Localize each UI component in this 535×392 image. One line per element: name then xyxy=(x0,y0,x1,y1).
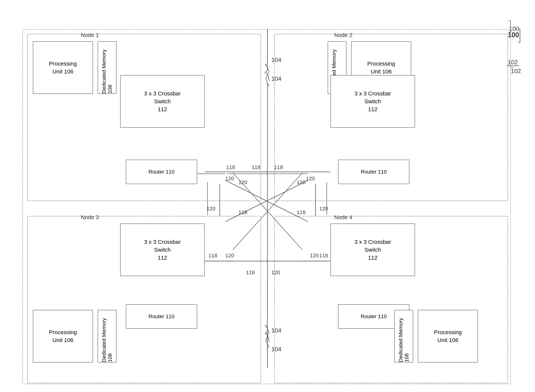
node1-crossbar-label: 3 x 3 CrossbarSwitch112 xyxy=(121,75,204,127)
node1-dedicated-memory: Dedicated Memory 108 xyxy=(98,41,116,94)
node3-dedicated-memory: Dedicated Memory 108 xyxy=(98,310,116,363)
node4-dedicated-memory-label: Dedicated Memory 108 xyxy=(395,310,413,362)
node2-router: Router 110 xyxy=(338,160,409,184)
node1-router: Router 110 xyxy=(126,160,197,184)
node3-processing-unit-label: ProcessingUnit 106 xyxy=(33,310,93,362)
ref-102-indicator: 102 xyxy=(505,60,524,71)
ref-100-indicator: 100 xyxy=(505,26,524,45)
node1-processing-unit-label: ProcessingUnit 106 xyxy=(33,42,93,93)
node3-label: Node 3 xyxy=(81,214,99,220)
node4-processing-unit: ProcessingUnit 106 xyxy=(418,310,478,363)
node3-crossbar-label: 3 x 3 CrossbarSwitch112 xyxy=(121,224,204,276)
node1-dedicated-memory-label: Dedicated Memory 108 xyxy=(98,42,116,93)
node1-router-label: Router 110 xyxy=(126,160,197,184)
node3-router-label: Router 110 xyxy=(126,305,197,328)
node2-crossbar-switch: 3 x 3 CrossbarSwitch112 xyxy=(330,75,415,128)
node2-crossbar-label: 3 x 3 CrossbarSwitch112 xyxy=(331,75,415,127)
node3-crossbar-switch: 3 x 3 CrossbarSwitch112 xyxy=(120,224,205,276)
node3-router: Router 110 xyxy=(126,304,197,329)
svg-text:102: 102 xyxy=(508,60,518,65)
node2-router-label: Router 110 xyxy=(338,160,409,184)
node4-processing-unit-label: ProcessingUnit 106 xyxy=(418,310,478,362)
node3-processing-unit: ProcessingUnit 106 xyxy=(33,310,93,363)
node1-crossbar-switch: 3 x 3 CrossbarSwitch112 xyxy=(120,75,205,128)
node1-label: Node 1 xyxy=(81,32,99,38)
svg-text:100: 100 xyxy=(508,31,519,39)
node2-label: Node 2 xyxy=(334,32,353,38)
node1-processing-unit: ProcessingUnit 106 xyxy=(33,41,93,94)
node3-dedicated-memory-label: Dedicated Memory 108 xyxy=(98,310,116,362)
node4-crossbar-label: 3 x 3 CrossbarSwitch112 xyxy=(331,224,415,276)
node4-label: Node 4 xyxy=(334,214,353,220)
node4-dedicated-memory: Dedicated Memory 108 xyxy=(394,310,413,363)
diagram: 100 102 Node 1 ProcessingUnit 106 Dedica… xyxy=(0,0,535,392)
node4-crossbar-switch: 3 x 3 CrossbarSwitch112 xyxy=(330,224,415,276)
